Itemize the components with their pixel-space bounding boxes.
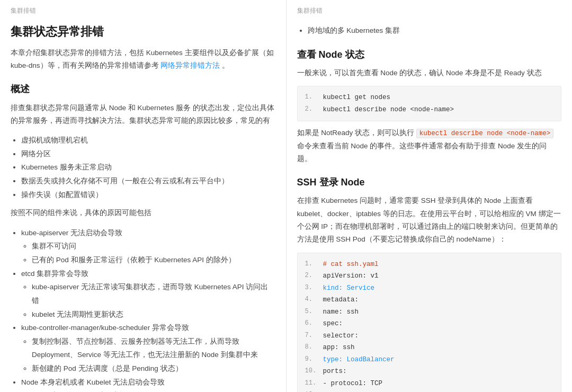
overview-para2: 按照不同的组件来说，具体的原因可能包括	[11, 207, 275, 219]
ssh-section-title: SSH 登录 Node	[297, 176, 562, 189]
list-item: kubelet 无法周期性更新状态	[32, 308, 275, 322]
list-item: 网络分区	[21, 147, 275, 161]
right-panel[interactable]: 集群排错 跨地域的多 Kubernetes 集群 查看 Node 状态 一般来说…	[287, 0, 573, 392]
code-line: 12. port: 22	[305, 389, 554, 392]
left-panel[interactable]: 集群排错 集群状态异常排错 本章介绍集群状态异常的排错方法，包括 Kuberne…	[0, 0, 287, 392]
code-line: 1.# cat ssh.yaml	[305, 259, 554, 271]
code-line: 6.spec:	[305, 318, 554, 330]
code-line: 9. type: LoadBalancer	[305, 354, 554, 366]
overview-list2: kube-apiserver 无法启动会导致 集群不可访问 已有的 Pod 和服…	[11, 226, 275, 392]
code-line: 10. ports:	[305, 366, 554, 378]
node-para2: 如果是 NotReady 状态，则可以执行 kubectl describe n…	[297, 127, 562, 165]
code-line-2: 2. kubectl describe node <node-name>	[305, 104, 554, 116]
list-item: 集群不可访问	[32, 239, 275, 253]
left-page-title: 集群状态异常排错	[11, 24, 275, 40]
list-item: kube-controller-manager/kube-scheduler 异…	[21, 321, 275, 376]
network-link[interactable]: 网络异常排错方法	[160, 61, 220, 69]
list-item: 复制控制器、节点控制器、云服务控制器等无法工作，从而导致 Deployment、…	[32, 335, 275, 362]
list-item: Node 上面的 Pod 无法正常运行	[32, 389, 275, 392]
kubectl-code-block: 1. kubectl get nodes 2. kubectl describe…	[297, 86, 562, 121]
code-line: 11. - protocol: TCP	[305, 378, 554, 390]
page-container: 集群排错 集群状态异常排错 本章介绍集群状态异常的排错方法，包括 Kuberne…	[0, 0, 572, 392]
code-line: 7. selector:	[305, 330, 554, 342]
code-line: 3.kind: Service	[305, 282, 554, 295]
inline-code-node: kubectl describe node <node-name>	[416, 129, 554, 138]
code-line: 8. app: ssh	[305, 342, 554, 354]
list-item: kube-apiserver 无法启动会导致 集群不可访问 已有的 Pod 和服…	[21, 226, 275, 267]
left-breadcrumb: 集群排错	[11, 6, 275, 15]
list-item: 新创建的 Pod 无法调度（总是 Pending 状态）	[32, 362, 275, 376]
list-item: kube-apiserver 无法正常读写集群状态，进而导致 Kubernete…	[32, 280, 275, 307]
list-item: Kubernetes 服务未正常启动	[21, 161, 275, 174]
code-line: 2.apiVersion: v1	[305, 270, 554, 282]
intro-paragraph: 本章介绍集群状态异常的排错方法，包括 Kubernetes 主要组件以及必备扩展…	[11, 47, 275, 73]
list-item: etcd 集群异常会导致 kube-apiserver 无法正常读写集群状态，进…	[21, 267, 275, 322]
right-top-list: 跨地域的多 Kubernetes 集群	[297, 24, 562, 38]
code-line: 4.metadata:	[305, 294, 554, 306]
code-line-1: 1. kubectl get nodes	[305, 92, 554, 104]
ssh-intro: 在排查 Kubernetes 问题时，通常需要 SSH 登录到具体的 Node …	[297, 194, 562, 246]
node-section-title: 查看 Node 状态	[297, 48, 562, 61]
overview-para1: 排查集群状态异常问题通常从 Node 和 Kubernetes 服务 的状态出发…	[11, 102, 275, 128]
list-item: 数据丢失或持久化存储不可用（一般在公有云或私有云平台中）	[21, 174, 275, 188]
list-item: 已有的 Pod 和服务正常运行（依赖于 Kubernetes API 的除外）	[32, 253, 275, 267]
list-item: 虚拟机或物理机宕机	[21, 133, 275, 147]
list-item: 操作失误（如配置错误）	[21, 188, 275, 202]
list-item: Node 本身宕机或者 Kubelet 无法启动会导致 Node 上面的 Pod…	[21, 376, 275, 392]
node-intro: 一般来说，可以首先查看 Node 的状态，确认 Node 本身是不是 Ready…	[297, 67, 562, 79]
ssh-yaml-code-block: 1.# cat ssh.yaml2.apiVersion: v13.kind: …	[297, 253, 562, 392]
right-breadcrumb: 集群排错	[297, 6, 562, 15]
code-line: 5. name: ssh	[305, 306, 554, 318]
overview-title: 概述	[11, 83, 275, 96]
list-item: 跨地域的多 Kubernetes 集群	[308, 24, 562, 38]
overview-list1: 虚拟机或物理机宕机 网络分区 Kubernetes 服务未正常启动 数据丢失或持…	[11, 133, 275, 201]
